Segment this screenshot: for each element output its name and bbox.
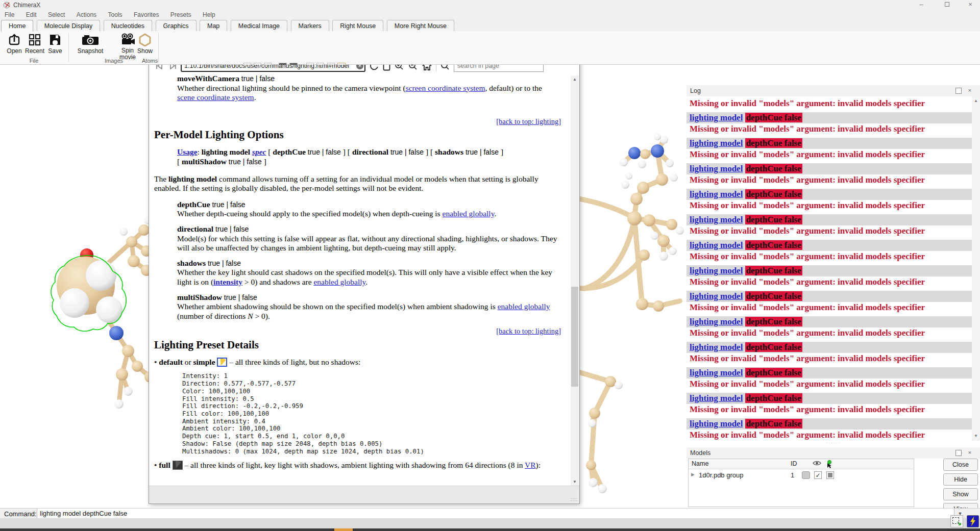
home-icon[interactable] [422,65,432,71]
scroll-down-icon[interactable]: ▼ [571,478,579,486]
close-panel-icon[interactable]: × [967,88,973,94]
menu-file[interactable]: File [0,10,19,19]
doc-link[interactable]: Usage [177,147,198,156]
scrollbar-thumb[interactable] [571,287,578,387]
reload-icon[interactable] [369,65,379,71]
undock-icon[interactable] [955,88,962,94]
tab-map[interactable]: Map [200,20,227,31]
menu-help[interactable]: Help [198,10,220,19]
model-shown-checkbox[interactable]: ✓ [814,471,822,479]
close-panel-icon[interactable]: × [967,450,973,456]
nitrogen-atom[interactable] [109,326,124,340]
models-show-button[interactable]: Show [943,488,978,500]
log-command-link[interactable]: lighting model [690,317,743,326]
back-icon[interactable] [155,65,164,70]
doc-text: – all three kinds of light, key light wi… [183,461,525,469]
menu-tools[interactable]: Tools [104,10,127,19]
doc-link[interactable]: intensity [213,277,242,286]
tab-markers[interactable]: Markers [291,20,329,31]
models-close-button[interactable]: Close [943,459,978,471]
scroll-up-icon[interactable]: ▲ [972,97,980,105]
log-command-link[interactable]: lighting model [690,266,743,275]
zoom-out-icon[interactable] [408,65,418,71]
doc-text: simple [193,358,215,366]
tab-right-mouse[interactable]: Right Mouse [332,20,383,31]
log-command-echo: lighting model depthCue false [687,418,972,429]
models-table: Name ID ▶ 1d0r.pdb group 1 ✓ [688,459,914,507]
log-command-link[interactable]: lighting model [690,113,743,122]
log-scrollbar[interactable]: ▲ ▼ [972,96,980,441]
molecule-ball-stick-left [28,215,156,470]
tab-home[interactable]: Home [1,20,33,32]
zoom-in-icon[interactable] [394,65,404,71]
nitrogen-atom[interactable] [651,144,664,158]
doc-link[interactable]: screen coordinate system [406,84,485,92]
undock-icon[interactable] [955,450,962,456]
eye-icon [813,460,821,468]
log-command-link[interactable]: lighting model [690,419,743,428]
log-command-link[interactable]: lighting model [690,189,743,199]
menu-favorites[interactable]: Favorites [129,10,163,19]
log-command-link[interactable]: lighting model [690,291,743,301]
log-panel-header: Log × [687,85,980,96]
tab-more-right-mouse[interactable]: More Right Mouse [387,20,454,31]
doc-link[interactable]: enabled globally [313,277,365,286]
doc-text: lighting model [202,147,250,156]
log-command-link[interactable]: lighting model [690,138,743,148]
tab-medical-image[interactable]: Medical Image [231,20,287,31]
log-command-link[interactable]: lighting model [690,342,743,352]
log-error-message: Missing or invalid "models" argument: in… [687,327,972,340]
doc-link[interactable]: enabled globally [443,209,495,218]
expand-triangle-icon[interactable]: ▶ [691,472,695,477]
doc-text: true | false [390,148,424,156]
menu-actions[interactable]: Actions [72,10,101,19]
model-row[interactable]: ▶ 1d0r.pdb group 1 ✓ [689,470,914,481]
tab-graphics[interactable]: Graphics [156,20,197,31]
url-input[interactable] [181,65,365,72]
scroll-down-icon[interactable]: ▼ [972,433,980,440]
menu-select[interactable]: Select [43,10,69,19]
models-view-button[interactable]: View [943,503,978,508]
help-scrollbar[interactable]: ▲ ▼ [571,75,579,486]
page-icon[interactable] [383,65,390,71]
panel-splitter[interactable]: ······ [687,441,980,447]
model-color-button[interactable] [802,471,810,479]
menu-presets[interactable]: Presets [166,10,196,19]
log-command-link[interactable]: lighting model [690,240,743,250]
model-select-toggle[interactable] [826,471,834,479]
log-error-message: Missing or invalid "models" argument: in… [687,251,972,263]
tab-molecule-display[interactable]: Molecule Display [37,20,100,31]
log-command-link[interactable]: lighting model [690,164,743,173]
snapshot-button[interactable]: Snapshot [75,32,106,55]
doc-link[interactable]: spec [252,147,266,156]
close-button[interactable]: × [959,0,980,10]
log-command-highlight: depthCue false [745,138,802,148]
show-atoms-button[interactable]: Show [132,32,158,55]
doc-link[interactable]: [back to top: lighting] [496,117,561,125]
doc-link[interactable]: enabled globally [498,302,550,311]
restore-button[interactable] [935,0,959,10]
log-command-link[interactable]: lighting model [690,215,743,224]
doc-link[interactable]: VR [525,461,536,469]
graphics-viewport[interactable]: Command: lighting x ✕ [0,65,980,508]
resize-grip[interactable]: :::: [571,497,578,502]
doc-link[interactable]: scene coordinate system [177,93,254,102]
menu-edit[interactable]: Edit [21,10,41,19]
fast-mode-icon[interactable] [967,515,979,527]
nitrogen-atom[interactable] [628,147,641,159]
log-command-link[interactable]: lighting model [690,393,743,403]
log-command-link[interactable]: lighting model [690,368,743,377]
save-button[interactable]: Save [42,32,68,55]
scroll-up-icon[interactable]: ▲ [571,75,579,84]
search-in-page-input[interactable] [454,65,544,72]
doc-text: . [494,209,496,218]
log-content[interactable]: Missing or invalid "models" argument: in… [687,96,972,441]
models-hide-button[interactable]: Hide [943,473,978,486]
forward-icon[interactable] [168,65,177,70]
search-icon[interactable] [440,65,450,71]
tab-nucleotides[interactable]: Nucleotides [104,20,152,31]
select-region-icon[interactable] [950,515,963,527]
command-input[interactable] [37,509,954,519]
minimize-button[interactable]: – [910,0,933,10]
doc-link[interactable]: [back to top: lighting] [496,327,561,335]
